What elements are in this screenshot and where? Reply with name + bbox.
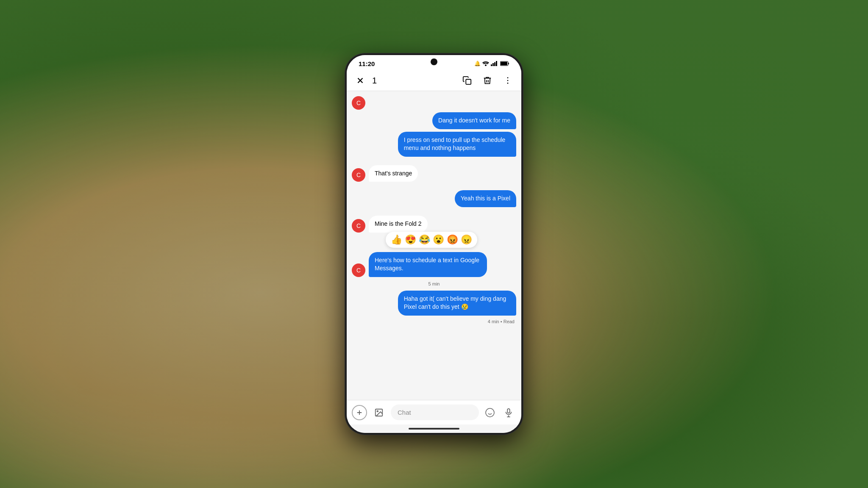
message-bubble-1[interactable]: Dang it doesn't work for me bbox=[432, 112, 516, 129]
emoji-reaction-bar[interactable]: 👍 😍 😂 😮 😡 😠 bbox=[386, 232, 477, 248]
message-text-6: Here's how to schedule a text in Google … bbox=[375, 257, 479, 272]
message-text-2: I press on send to pull up the schedule … bbox=[404, 136, 506, 152]
message-text-4: Yeah this is a Pixel bbox=[461, 195, 510, 202]
vibrate-icon: 🔔 bbox=[474, 61, 481, 67]
table-row: C Here's how to schedule a text in Googl… bbox=[352, 252, 516, 277]
close-button[interactable] bbox=[353, 74, 367, 87]
table-row: C Mine is the Fold 2 bbox=[352, 216, 516, 233]
action-bar-left: 1 bbox=[353, 74, 455, 87]
emoji-angry[interactable]: 😡 bbox=[447, 234, 458, 245]
svg-rect-10 bbox=[466, 79, 471, 84]
read-receipt: 4 min • Read bbox=[352, 319, 516, 324]
timestamp-5min: 5 min bbox=[352, 281, 516, 286]
message-text-7: Haha got it( can't believe my ding dang … bbox=[404, 295, 506, 311]
svg-rect-2 bbox=[492, 63, 494, 66]
svg-rect-7 bbox=[501, 62, 507, 65]
more-options-button[interactable] bbox=[501, 74, 515, 87]
message-bubble-6[interactable]: Here's how to schedule a text in Google … bbox=[369, 252, 487, 277]
message-text-1: Dang it doesn't work for me bbox=[438, 117, 510, 124]
chat-input-field[interactable]: Chat bbox=[391, 405, 479, 420]
svg-rect-21 bbox=[507, 408, 510, 413]
delete-button[interactable] bbox=[481, 74, 494, 87]
svg-point-13 bbox=[507, 83, 509, 84]
emoji-heart-eyes[interactable]: 😍 bbox=[405, 234, 416, 245]
svg-rect-6 bbox=[508, 63, 509, 64]
message-bubble-3[interactable]: That's strange bbox=[369, 165, 418, 182]
home-bar[interactable] bbox=[409, 428, 459, 430]
status-icons: 🔔 bbox=[474, 61, 509, 67]
action-bar: 1 bbox=[347, 70, 521, 91]
emoji-surprised[interactable]: 😮 bbox=[433, 234, 444, 245]
svg-rect-4 bbox=[496, 61, 497, 66]
battery-icon bbox=[500, 61, 509, 66]
svg-rect-1 bbox=[491, 64, 492, 66]
chat-placeholder: Chat bbox=[398, 409, 411, 416]
contact-avatar-2: C bbox=[352, 168, 365, 182]
svg-rect-3 bbox=[494, 62, 495, 66]
phone-screen: 11:20 🔔 bbox=[347, 55, 521, 433]
table-row: Yeah this is a Pixel bbox=[352, 190, 516, 207]
message-bubble-4[interactable]: Yeah this is a Pixel bbox=[455, 190, 516, 207]
selection-count: 1 bbox=[372, 76, 377, 86]
emoji-picker-button[interactable] bbox=[483, 406, 497, 419]
message-bubble-5[interactable]: Mine is the Fold 2 bbox=[369, 216, 428, 233]
table-row: Haha got it( can't believe my ding dang … bbox=[352, 291, 516, 316]
add-button[interactable] bbox=[352, 405, 367, 420]
emoji-laugh[interactable]: 😂 bbox=[419, 234, 430, 245]
table-row: I press on send to pull up the schedule … bbox=[352, 132, 516, 157]
mic-button[interactable] bbox=[501, 405, 516, 420]
status-time: 11:20 bbox=[359, 60, 375, 67]
contact-avatar-top: C bbox=[352, 96, 365, 110]
svg-point-17 bbox=[377, 410, 378, 412]
contact-avatar-row: C bbox=[352, 96, 516, 110]
emoji-rage[interactable]: 😠 bbox=[461, 234, 472, 245]
table-row: Dang it doesn't work for me bbox=[352, 112, 516, 129]
contact-avatar-3: C bbox=[352, 219, 365, 233]
message-bubble-7[interactable]: Haha got it( can't believe my ding dang … bbox=[398, 291, 516, 316]
image-attach-button[interactable] bbox=[371, 405, 387, 420]
messages-area: C Dang it doesn't work for me I press on… bbox=[347, 91, 521, 400]
svg-point-11 bbox=[507, 77, 509, 78]
message-text-3: That's strange bbox=[375, 170, 412, 177]
contact-avatar-4: C bbox=[352, 263, 365, 277]
avatar-initial: C bbox=[356, 100, 361, 106]
action-bar-right bbox=[460, 74, 515, 87]
message-bubble-2[interactable]: I press on send to pull up the schedule … bbox=[398, 132, 516, 157]
copy-button[interactable] bbox=[460, 74, 474, 87]
svg-point-0 bbox=[485, 64, 487, 66]
message-text-5: Mine is the Fold 2 bbox=[375, 220, 422, 227]
emoji-thumbsup[interactable]: 👍 bbox=[391, 234, 402, 245]
svg-point-18 bbox=[486, 408, 494, 417]
camera-cutout bbox=[431, 58, 437, 65]
table-row: C That's strange bbox=[352, 165, 516, 182]
input-bar: Chat bbox=[347, 400, 521, 424]
phone-device: 11:20 🔔 bbox=[345, 53, 523, 435]
svg-point-12 bbox=[507, 80, 509, 81]
wifi-icon bbox=[482, 61, 489, 66]
home-indicator bbox=[347, 424, 521, 433]
signal-icon bbox=[491, 61, 498, 66]
